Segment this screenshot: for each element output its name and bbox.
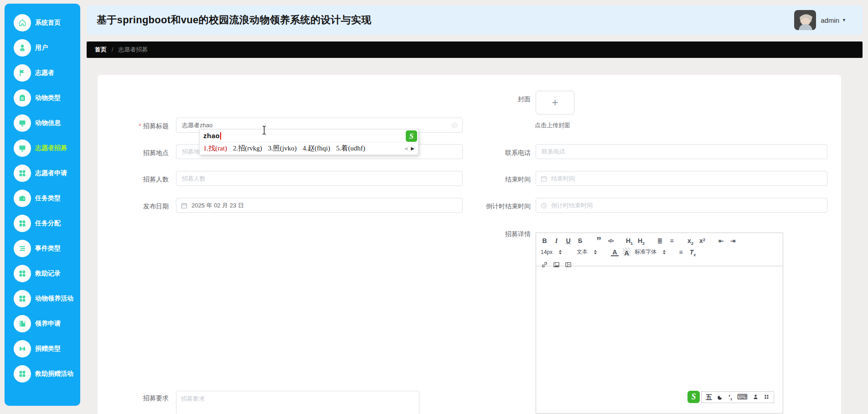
background-color-button[interactable]: A xyxy=(623,248,630,256)
toolbox-grid-icon[interactable] xyxy=(764,394,770,400)
sidebar-item-animal-info[interactable]: 动物信息 xyxy=(5,110,80,135)
italic-button[interactable]: I xyxy=(553,236,560,245)
recruit-headcount-label: 招募人数 xyxy=(109,175,169,184)
bullet-list-button[interactable]: ≡ xyxy=(668,236,676,245)
font-family-select[interactable]: 标准字体 xyxy=(635,248,673,256)
ime-popup: zhao S 1.找(rat)2.招(rvkg)3.照(jvko)4.赵(fhq… xyxy=(199,129,418,155)
indent-button[interactable]: ⇥ xyxy=(729,236,737,245)
ordered-list-button[interactable]: ≣ xyxy=(656,236,664,245)
contact-phone-input[interactable] xyxy=(541,148,822,155)
sidebar-item-animal-adoption-activities[interactable]: 动物领养活动 xyxy=(5,286,80,311)
avatar[interactable] xyxy=(794,10,816,30)
wallet-icon xyxy=(14,190,31,207)
sidebar-item-task-assignment[interactable]: 任务分配 xyxy=(5,211,80,236)
ime-pager: ◀ ▶ xyxy=(404,146,414,151)
keyboard-icon[interactable]: ⌨ xyxy=(737,393,748,401)
recruit-headcount-input[interactable] xyxy=(181,175,458,182)
paragraph-format-select[interactable]: 文本 xyxy=(577,248,607,256)
font-size-select[interactable]: 14px xyxy=(541,249,573,255)
sogou-status-bar: S 五 ’, ⌨ xyxy=(687,391,774,403)
recruit-details-label: 招募详情 xyxy=(467,229,531,238)
superscript-button[interactable]: x2 xyxy=(698,236,706,245)
home-icon xyxy=(14,14,31,31)
sidebar-menu: 系统首页用户志愿者动物类型动物信息志愿者招募志愿者申请任务类型任务分配事件类型救… xyxy=(5,10,80,386)
calendar-icon xyxy=(541,176,547,182)
sidebar-item-volunteer-applications[interactable]: 志愿者申请 xyxy=(5,160,80,186)
sidebar-item-label: 动物类型 xyxy=(35,94,61,102)
recruit-headcount-input-wrap xyxy=(176,171,463,186)
end-time-input[interactable] xyxy=(550,175,822,182)
sidebar-item-event-types[interactable]: 事件类型 xyxy=(5,236,80,261)
list-icon xyxy=(14,240,31,257)
punctuation-button[interactable]: ’, xyxy=(728,394,732,400)
book-icon xyxy=(14,315,31,332)
sidebar-item-users[interactable]: 用户 xyxy=(5,35,80,60)
grid-icon xyxy=(14,265,31,282)
underline-button[interactable]: U xyxy=(564,236,572,245)
sidebar-item-task-types[interactable]: 任务类型 xyxy=(5,186,80,211)
user-menu[interactable]: admin ▼ xyxy=(794,10,846,30)
moon-icon[interactable] xyxy=(717,394,723,400)
sidebar-item-rescue-records[interactable]: 救助记录 xyxy=(5,261,80,286)
sidebar-item-label: 救助记录 xyxy=(35,269,61,278)
prev-page-icon[interactable]: ◀ xyxy=(404,146,408,151)
countdown-end-time-label: 倒计时结束时间 xyxy=(451,202,531,211)
recruit-requirements-textarea[interactable] xyxy=(176,391,419,414)
countdown-end-time-input[interactable] xyxy=(550,202,822,209)
clear-icon[interactable] xyxy=(451,122,458,129)
clean-format-button[interactable]: Tx xyxy=(689,248,697,256)
outdent-button[interactable]: ⇤ xyxy=(717,236,725,245)
bold-button[interactable]: B xyxy=(541,236,548,245)
code-view-button[interactable]: </> xyxy=(607,236,615,245)
sidebar-item-system-home[interactable]: 系统首页 xyxy=(5,10,80,35)
header2-button[interactable]: H2 xyxy=(637,236,645,245)
subscript-button[interactable]: x2 xyxy=(687,236,694,245)
image-icon[interactable] xyxy=(553,259,560,268)
sidebar-item-label: 动物信息 xyxy=(35,119,61,127)
align-button[interactable]: ≡ xyxy=(677,248,685,256)
ime-candidate[interactable]: 5.着(udhf) xyxy=(336,144,365,153)
sidebar-item-volunteers[interactable]: 志愿者 xyxy=(5,60,80,85)
ime-candidate[interactable]: 4.赵(fhqi) xyxy=(303,144,330,153)
video-icon[interactable] xyxy=(564,259,572,268)
breadcrumb-home[interactable]: 首页 xyxy=(95,46,107,54)
blockquote-button[interactable]: ” xyxy=(595,236,603,245)
flag-icon xyxy=(14,64,31,82)
ime-candidate[interactable]: 1.找(rat) xyxy=(203,144,227,153)
sidebar-item-volunteer-recruitment[interactable]: 志愿者招募 xyxy=(5,135,80,160)
ime-candidate[interactable]: 3.照(jvko) xyxy=(268,144,297,153)
ime-composition: zhao S xyxy=(200,129,418,142)
recruit-requirements-label: 招募要求 xyxy=(109,393,169,403)
ime-candidate-list: 1.找(rat)2.招(rvkg)3.照(jvko)4.赵(fhqi)5.着(u… xyxy=(200,142,418,155)
person-icon[interactable] xyxy=(753,394,759,400)
sidebar-item-donation-types[interactable]: 捐赠类型 xyxy=(5,336,80,361)
grid-icon xyxy=(14,165,31,182)
sidebar-item-adoption-applications[interactable]: 领养申请 xyxy=(5,311,80,336)
recruit-title-input[interactable] xyxy=(181,121,449,129)
updown-icon xyxy=(594,250,597,254)
next-page-icon[interactable]: ▶ xyxy=(411,146,414,151)
sidebar-item-animal-types[interactable]: 动物类型 xyxy=(5,85,80,110)
sidebar-item-label: 动物领养活动 xyxy=(35,295,73,303)
strikethrough-button[interactable]: S xyxy=(576,236,584,245)
sidebar-item-label: 志愿者申请 xyxy=(35,169,67,177)
text-color-button[interactable]: A xyxy=(611,248,619,256)
plus-icon: + xyxy=(552,96,558,109)
grid-icon xyxy=(14,290,31,307)
wubi-mode-button[interactable]: 五 xyxy=(706,394,712,400)
contact-phone-label: 联系电话 xyxy=(474,148,531,157)
sidebar-item-label: 用户 xyxy=(35,44,48,52)
recruit-details-editor: B I U S ” </> H1 H2 ≣ ≡ x2 x2 ⇤ ⇥ 14px xyxy=(536,233,783,414)
header1-button[interactable]: H1 xyxy=(625,236,633,245)
sidebar-item-rescue-donation-activities[interactable]: 救助捐赠活动 xyxy=(5,361,80,386)
calendar-icon xyxy=(181,202,187,209)
monitor-icon xyxy=(14,114,31,132)
sogou-logo-icon[interactable]: S xyxy=(687,391,700,403)
ime-candidate[interactable]: 2.招(rvkg) xyxy=(233,144,262,153)
link-icon[interactable] xyxy=(541,259,548,268)
cover-upload-button[interactable]: + xyxy=(536,91,574,114)
user-name: admin xyxy=(821,16,839,24)
recruit-location-label: 招募地点 xyxy=(109,148,169,157)
publish-date-input[interactable] xyxy=(191,202,458,209)
required-mark: * xyxy=(139,122,141,129)
